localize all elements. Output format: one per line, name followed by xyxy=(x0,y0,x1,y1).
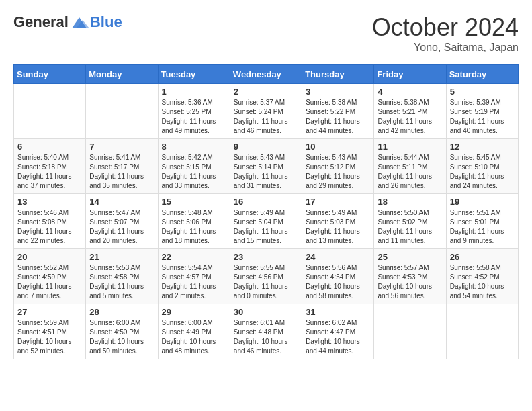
calendar-cell: 2Sunrise: 5:37 AMSunset: 5:24 PMDaylight… xyxy=(230,84,302,139)
cell-content: Sunrise: 5:55 AMSunset: 4:56 PMDaylight:… xyxy=(234,263,298,301)
day-of-week-thursday: Thursday xyxy=(302,65,374,84)
cell-content: Sunrise: 5:49 AMSunset: 5:04 PMDaylight:… xyxy=(234,208,298,246)
day-number: 17 xyxy=(306,197,370,207)
day-number: 13 xyxy=(17,197,82,207)
day-number: 26 xyxy=(450,252,515,262)
calendar-cell: 7Sunrise: 5:41 AMSunset: 5:17 PMDaylight… xyxy=(86,139,158,194)
calendar-cell: 23Sunrise: 5:55 AMSunset: 4:56 PMDayligh… xyxy=(230,249,302,304)
day-number: 29 xyxy=(162,307,226,317)
day-number: 30 xyxy=(234,307,298,317)
month-title: October 2024 xyxy=(372,13,519,42)
calendar-week-3: 13Sunrise: 5:46 AMSunset: 5:08 PMDayligh… xyxy=(14,194,519,249)
calendar-cell xyxy=(14,84,86,139)
cell-content: Sunrise: 5:43 AMSunset: 5:12 PMDaylight:… xyxy=(306,153,370,191)
day-number: 18 xyxy=(378,197,442,207)
cell-content: Sunrise: 6:00 AMSunset: 4:49 PMDaylight:… xyxy=(162,318,226,356)
day-number: 19 xyxy=(450,197,515,207)
calendar-cell xyxy=(446,304,518,359)
calendar-cell: 17Sunrise: 5:49 AMSunset: 5:03 PMDayligh… xyxy=(302,194,374,249)
calendar-cell: 4Sunrise: 5:38 AMSunset: 5:21 PMDaylight… xyxy=(374,84,446,139)
cell-content: Sunrise: 5:43 AMSunset: 5:14 PMDaylight:… xyxy=(234,153,298,191)
day-number: 16 xyxy=(234,197,298,207)
calendar-week-2: 6Sunrise: 5:40 AMSunset: 5:18 PMDaylight… xyxy=(14,139,519,194)
calendar-cell: 10Sunrise: 5:43 AMSunset: 5:12 PMDayligh… xyxy=(302,139,374,194)
day-number: 28 xyxy=(89,307,154,317)
calendar-cell: 13Sunrise: 5:46 AMSunset: 5:08 PMDayligh… xyxy=(14,194,86,249)
day-number: 25 xyxy=(378,252,442,262)
cell-content: Sunrise: 6:00 AMSunset: 4:50 PMDaylight:… xyxy=(89,318,154,356)
cell-content: Sunrise: 5:39 AMSunset: 5:19 PMDaylight:… xyxy=(450,98,515,136)
day-number: 6 xyxy=(17,142,82,152)
day-number: 10 xyxy=(306,142,370,152)
cell-content: Sunrise: 5:52 AMSunset: 4:59 PMDaylight:… xyxy=(17,263,82,301)
calendar-cell: 12Sunrise: 5:45 AMSunset: 5:10 PMDayligh… xyxy=(446,139,518,194)
calendar-cell: 24Sunrise: 5:56 AMSunset: 4:54 PMDayligh… xyxy=(302,249,374,304)
day-number: 24 xyxy=(306,252,370,262)
calendar-week-1: 1Sunrise: 5:36 AMSunset: 5:25 PMDaylight… xyxy=(14,84,519,139)
cell-content: Sunrise: 5:59 AMSunset: 4:51 PMDaylight:… xyxy=(17,318,82,356)
cell-content: Sunrise: 5:46 AMSunset: 5:08 PMDaylight:… xyxy=(17,208,82,246)
day-of-week-wednesday: Wednesday xyxy=(230,65,302,84)
calendar-week-4: 20Sunrise: 5:52 AMSunset: 4:59 PMDayligh… xyxy=(14,249,519,304)
logo-icon xyxy=(69,13,90,31)
header: General Blue October 2024 Yono, Saitama,… xyxy=(13,13,519,54)
cell-content: Sunrise: 5:56 AMSunset: 4:54 PMDaylight:… xyxy=(306,263,370,301)
day-of-week-tuesday: Tuesday xyxy=(158,65,230,84)
calendar-cell xyxy=(86,84,158,139)
calendar-cell: 28Sunrise: 6:00 AMSunset: 4:50 PMDayligh… xyxy=(86,304,158,359)
cell-content: Sunrise: 5:40 AMSunset: 5:18 PMDaylight:… xyxy=(17,153,82,191)
day-number: 15 xyxy=(162,197,226,207)
cell-content: Sunrise: 5:57 AMSunset: 4:53 PMDaylight:… xyxy=(378,263,442,301)
calendar-cell: 3Sunrise: 5:38 AMSunset: 5:22 PMDaylight… xyxy=(302,84,374,139)
calendar-cell: 25Sunrise: 5:57 AMSunset: 4:53 PMDayligh… xyxy=(374,249,446,304)
calendar-cell: 21Sunrise: 5:53 AMSunset: 4:58 PMDayligh… xyxy=(86,249,158,304)
day-number: 5 xyxy=(450,87,515,97)
cell-content: Sunrise: 5:41 AMSunset: 5:17 PMDaylight:… xyxy=(89,153,154,191)
logo: General Blue xyxy=(13,13,122,31)
calendar-cell: 6Sunrise: 5:40 AMSunset: 5:18 PMDaylight… xyxy=(14,139,86,194)
day-number: 20 xyxy=(17,252,82,262)
cell-content: Sunrise: 5:36 AMSunset: 5:25 PMDaylight:… xyxy=(162,98,226,136)
calendar-cell: 30Sunrise: 6:01 AMSunset: 4:48 PMDayligh… xyxy=(230,304,302,359)
day-number: 8 xyxy=(162,142,226,152)
calendar-cell xyxy=(374,304,446,359)
calendar-cell: 11Sunrise: 5:44 AMSunset: 5:11 PMDayligh… xyxy=(374,139,446,194)
calendar-cell: 18Sunrise: 5:50 AMSunset: 5:02 PMDayligh… xyxy=(374,194,446,249)
day-of-week-saturday: Saturday xyxy=(446,65,518,84)
calendar-cell: 8Sunrise: 5:42 AMSunset: 5:15 PMDaylight… xyxy=(158,139,230,194)
day-number: 7 xyxy=(89,142,154,152)
calendar-cell: 16Sunrise: 5:49 AMSunset: 5:04 PMDayligh… xyxy=(230,194,302,249)
cell-content: Sunrise: 5:37 AMSunset: 5:24 PMDaylight:… xyxy=(234,98,298,136)
cell-content: Sunrise: 5:48 AMSunset: 5:06 PMDaylight:… xyxy=(162,208,226,246)
calendar-cell: 20Sunrise: 5:52 AMSunset: 4:59 PMDayligh… xyxy=(14,249,86,304)
calendar-cell: 31Sunrise: 6:02 AMSunset: 4:47 PMDayligh… xyxy=(302,304,374,359)
calendar-header-row: SundayMondayTuesdayWednesdayThursdayFrid… xyxy=(14,65,519,84)
day-of-week-monday: Monday xyxy=(86,65,158,84)
day-number: 9 xyxy=(234,142,298,152)
calendar-cell: 9Sunrise: 5:43 AMSunset: 5:14 PMDaylight… xyxy=(230,139,302,194)
cell-content: Sunrise: 5:38 AMSunset: 5:21 PMDaylight:… xyxy=(378,98,442,136)
calendar-cell: 19Sunrise: 5:51 AMSunset: 5:01 PMDayligh… xyxy=(446,194,518,249)
title-block: October 2024 Yono, Saitama, Japan xyxy=(372,13,519,54)
cell-content: Sunrise: 5:47 AMSunset: 5:07 PMDaylight:… xyxy=(89,208,154,246)
cell-content: Sunrise: 5:50 AMSunset: 5:02 PMDaylight:… xyxy=(378,208,442,246)
cell-content: Sunrise: 5:53 AMSunset: 4:58 PMDaylight:… xyxy=(89,263,154,301)
calendar-cell: 15Sunrise: 5:48 AMSunset: 5:06 PMDayligh… xyxy=(158,194,230,249)
calendar-cell: 14Sunrise: 5:47 AMSunset: 5:07 PMDayligh… xyxy=(86,194,158,249)
day-number: 1 xyxy=(162,87,226,97)
cell-content: Sunrise: 5:54 AMSunset: 4:57 PMDaylight:… xyxy=(162,263,226,301)
day-number: 12 xyxy=(450,142,515,152)
calendar-cell: 1Sunrise: 5:36 AMSunset: 5:25 PMDaylight… xyxy=(158,84,230,139)
day-number: 21 xyxy=(89,252,154,262)
calendar: SundayMondayTuesdayWednesdayThursdayFrid… xyxy=(13,64,519,359)
day-number: 31 xyxy=(306,307,370,317)
day-number: 2 xyxy=(234,87,298,97)
calendar-cell: 5Sunrise: 5:39 AMSunset: 5:19 PMDaylight… xyxy=(446,84,518,139)
cell-content: Sunrise: 5:58 AMSunset: 4:52 PMDaylight:… xyxy=(450,263,515,301)
day-of-week-sunday: Sunday xyxy=(14,65,86,84)
location-title: Yono, Saitama, Japan xyxy=(372,42,519,54)
day-number: 11 xyxy=(378,142,442,152)
day-number: 27 xyxy=(17,307,82,317)
day-number: 4 xyxy=(378,87,442,97)
day-number: 3 xyxy=(306,87,370,97)
